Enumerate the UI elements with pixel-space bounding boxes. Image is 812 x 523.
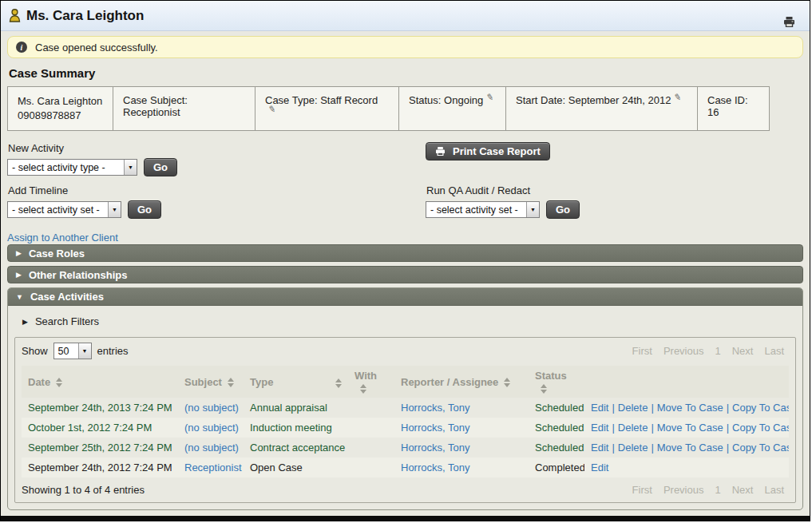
- dropdown-arrow-icon: ▼: [78, 343, 91, 359]
- column-header-with[interactable]: With: [348, 366, 394, 398]
- activity-subject-link: Receptionist: [178, 458, 244, 477]
- activity-status-text: Scheduled: [535, 442, 584, 454]
- column-header-reporter[interactable]: Reporter / Assignee: [394, 366, 529, 398]
- column-header-subject[interactable]: Subject: [178, 366, 244, 398]
- activity-date: September 24th, 2013 7:24 PM: [22, 398, 178, 418]
- move-to-case-link[interactable]: Move To Case: [657, 422, 723, 434]
- edit-pencil-icon[interactable]: ✎: [267, 105, 278, 113]
- edit-pencil-icon[interactable]: ✎: [673, 93, 684, 101]
- search-filters-toggle[interactable]: ▶ Search Filters: [22, 315, 796, 327]
- section-other-relationships[interactable]: ▶ Other Relationships: [7, 266, 803, 283]
- chevron-down-icon: ▼: [16, 293, 23, 301]
- print-case-report-button[interactable]: Print Case Report: [426, 142, 550, 160]
- status-cell: Status: Ongoing✎: [399, 86, 506, 131]
- activity-date-text: October 1st, 2012 7:24 PM: [28, 422, 152, 434]
- activity-with: [348, 438, 394, 458]
- copy-to-case-link[interactable]: Copy To Case: [732, 422, 789, 434]
- delete-link[interactable]: Delete: [618, 442, 648, 454]
- activity-subject-link: (no subject): [178, 438, 244, 458]
- page-title: Ms. Cara Leighton: [26, 8, 144, 24]
- add-timeline-go-button[interactable]: Go: [128, 200, 161, 219]
- pagination-previous[interactable]: Previous: [663, 484, 704, 496]
- action-separator: |: [727, 402, 729, 414]
- move-to-case-link[interactable]: Move To Case: [657, 442, 723, 454]
- qa-activity-set-select[interactable]: - select activity set - ▼: [426, 201, 540, 218]
- activity-reporter-link-text[interactable]: Horrocks, Tony: [401, 422, 469, 434]
- edit-link[interactable]: Edit: [591, 462, 608, 473]
- pagination-previous[interactable]: Previous: [663, 345, 704, 357]
- sort-icon: [56, 378, 62, 387]
- activity-subject-link-text[interactable]: (no subject): [184, 422, 239, 434]
- edit-link[interactable]: Edit: [591, 402, 608, 414]
- activity-type-text: Induction meeting: [250, 422, 332, 434]
- delete-link[interactable]: Delete: [618, 402, 648, 414]
- qa-audit-go-button[interactable]: Go: [546, 200, 580, 219]
- pagination-first[interactable]: First: [632, 345, 652, 357]
- show-entries-select[interactable]: 50 ▼: [53, 343, 92, 359]
- assign-another-client-link[interactable]: Assign to Another Client: [7, 232, 118, 244]
- activities-tbody: September 24th, 2013 7:24 PM(no subject)…: [22, 398, 789, 477]
- action-separator: |: [612, 402, 614, 414]
- activity-with: [348, 398, 394, 418]
- chevron-right-icon: ▶: [22, 318, 28, 326]
- action-separator: |: [651, 402, 653, 414]
- activity-actions: Edit|Delete|Move To Case|Copy To Case: [584, 418, 789, 438]
- success-banner: i Case opened successfully.: [7, 36, 803, 58]
- activity-type-text: Open Case: [250, 462, 303, 473]
- column-header-status[interactable]: Status: [529, 366, 584, 398]
- pagination-last[interactable]: Last: [764, 484, 784, 496]
- titlebar: Ms. Cara Leighton: [1, 1, 810, 31]
- activity-status-text: Scheduled: [535, 402, 584, 414]
- activity-reporter-link-text[interactable]: Horrocks, Tony: [401, 462, 469, 473]
- pagination-last[interactable]: Last: [764, 345, 784, 357]
- activity-date-text: September 24th, 2013 7:24 PM: [28, 402, 172, 414]
- add-timeline-label: Add Timeline: [8, 184, 803, 196]
- pagination-1[interactable]: 1: [715, 345, 720, 357]
- pagination-first[interactable]: First: [632, 484, 652, 496]
- section-case-roles[interactable]: ▶ Case Roles: [7, 244, 803, 262]
- case-type-cell: Case Type: Staff Record✎: [255, 86, 399, 131]
- pagination-next[interactable]: Next: [732, 484, 754, 496]
- copy-to-case-link[interactable]: Copy To Case: [732, 402, 789, 414]
- activity-reporter-link-text[interactable]: Horrocks, Tony: [401, 442, 469, 454]
- activities-table: Date Subject Type With Reporter / Assign…: [22, 366, 789, 477]
- client-cell: Ms. Cara Leighton 09089878887: [7, 86, 113, 131]
- column-header-date[interactable]: Date: [22, 366, 178, 398]
- new-activity-go-button[interactable]: Go: [144, 158, 177, 176]
- activity-set-select[interactable]: - select activity set - ▼: [7, 201, 121, 218]
- printer-icon: [435, 147, 446, 156]
- edit-link[interactable]: Edit: [591, 422, 608, 434]
- activity-reporter-link-text[interactable]: Horrocks, Tony: [401, 402, 469, 414]
- activity-status: Scheduled: [529, 398, 584, 418]
- column-header-type[interactable]: Type: [244, 366, 348, 398]
- activity-subject-link: (no subject): [178, 398, 244, 418]
- dropdown-arrow-icon: ▼: [526, 202, 539, 217]
- print-icon[interactable]: [783, 17, 795, 27]
- activity-status-text: Scheduled: [535, 422, 584, 434]
- sort-icon: [335, 378, 342, 388]
- dropdown-arrow-icon: ▼: [124, 160, 137, 175]
- show-label: Show: [22, 345, 48, 357]
- activity-subject-link-text[interactable]: (no subject): [184, 402, 239, 414]
- edit-link[interactable]: Edit: [591, 442, 608, 454]
- activity-subject-link-text[interactable]: Receptionist: [184, 462, 242, 473]
- edit-pencil-icon[interactable]: ✎: [485, 93, 497, 101]
- activity-actions: Edit|Delete|Move To Case|Copy To Case: [584, 398, 789, 418]
- activity-date-text: September 24th, 2012 7:24 PM: [28, 462, 172, 473]
- new-activity-label: New Activity: [8, 142, 803, 154]
- activity-reporter-link: Horrocks, Tony: [394, 438, 529, 458]
- pagination-1[interactable]: 1: [715, 484, 720, 496]
- activity-reporter-link: Horrocks, Tony: [394, 398, 529, 418]
- pagination-next[interactable]: Next: [732, 345, 754, 357]
- activity-type-select[interactable]: - select activity type - ▼: [7, 159, 137, 176]
- case-summary-heading: Case Summary: [9, 66, 803, 80]
- delete-link[interactable]: Delete: [618, 422, 648, 434]
- copy-to-case-link[interactable]: Copy To Case: [732, 442, 789, 454]
- move-to-case-link[interactable]: Move To Case: [657, 402, 723, 414]
- activity-reporter-link: Horrocks, Tony: [394, 418, 529, 438]
- section-case-activities[interactable]: ▼ Case Activities: [8, 288, 802, 306]
- dropdown-arrow-icon: ▼: [108, 202, 121, 217]
- bottom-bar: [1, 516, 810, 521]
- activity-subject-link-text[interactable]: (no subject): [184, 442, 239, 454]
- chevron-right-icon: ▶: [16, 271, 22, 279]
